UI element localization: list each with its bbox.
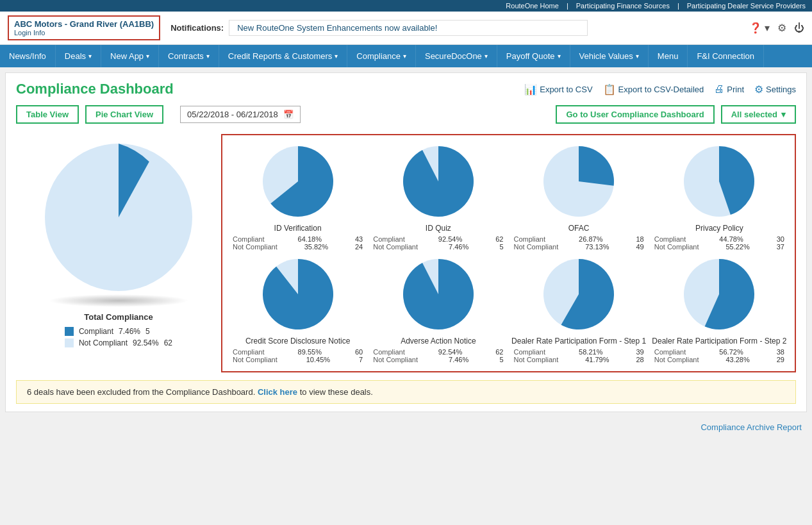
main-content: Compliance Dashboard 📊 Export to CSV 📋 E… [5,72,807,412]
chart-stats-6: Compliant 58.21% 39 Not Compliant 41.79%… [511,348,647,363]
charts-grid: ID Verification Compliant 64.18% 43 Not … [230,143,787,363]
chart-stats-3: Compliant 44.78% 30 Not Compliant 55.22%… [652,235,787,251]
pie-shadow [48,294,189,307]
participating-dealer-link[interactable]: Participating Dealer Service Providers [687,2,806,10]
chart-stats-7: Compliant 56.72% 38 Not Compliant 43.28%… [652,348,787,363]
total-compliance-label: Total Compliance [84,312,153,322]
calendar-icon: 📅 [283,110,294,119]
chart-cell-6: Dealer Rate Participation Form - Step 1 … [511,256,647,363]
nav-securedocone[interactable]: SecureDocOne▾ [416,45,497,67]
total-compliance-section: Total Compliance Compliant 7.46% 5 Not C… [16,134,221,372]
pie-chart-view-button[interactable]: Pie Chart View [85,105,163,124]
chart-title-3: Privacy Policy [695,224,743,233]
controls-row: Table View Pie Chart View 05/22/2018 - 0… [16,105,796,124]
settings-button[interactable]: ⚙ [777,22,786,34]
nav-fi-connection[interactable]: F&I Connection [688,45,764,67]
bottom-bar: Compliance Archive Report [0,417,812,437]
charts-area: Total Compliance Compliant 7.46% 5 Not C… [16,134,796,372]
total-compliance-chart [35,134,202,301]
chart-title-2: OFAC [568,224,590,233]
routeone-home-link[interactable]: RouteOne Home [506,2,559,10]
click-here-link[interactable]: Click here [258,387,297,397]
pie-chart-2 [540,143,617,220]
export-csv-button[interactable]: 📊 Export to CSV [524,83,592,96]
total-compliance-legend: Compliant 7.46% 5 Not Compliant 92.54% 6… [65,327,172,347]
chart-cell-5: Adverse Action Notice Compliant 92.54% 6… [370,256,506,363]
nav-payoff-quote[interactable]: Payoff Quote▾ [497,45,570,67]
chart-title-5: Adverse Action Notice [401,337,476,346]
login-info-link[interactable]: Login Info [14,29,154,37]
nav-new-app[interactable]: New App▾ [101,45,159,67]
chart-title-6: Dealer Rate Participation Form - Step 1 [511,337,646,346]
pie-chart-3 [681,143,758,220]
chart-title-7: Dealer Rate Participation Form - Step 2 [652,337,786,346]
settings-dashboard-icon: ⚙ [754,83,763,96]
print-icon: 🖨 [714,83,724,95]
chart-cell-2: OFAC Compliant 26.87% 18 Not Compliant 7… [511,143,647,251]
chart-cell-3: Privacy Policy Compliant 44.78% 30 Not C… [652,143,787,251]
chart-cell-4: Credit Score Disclosure Notice Compliant… [230,256,365,363]
header: ABC Motors - Grand River (AA1BB) Login I… [0,12,812,45]
compliance-archive-report-link[interactable]: Compliance Archive Report [700,422,802,432]
dashboard-actions: 📊 Export to CSV 📋 Export to CSV-Detailed… [524,83,796,96]
nav-deals[interactable]: Deals▾ [56,45,101,67]
dashboard-title: Compliance Dashboard [16,81,524,97]
compliant-label: Compliant [79,327,113,336]
nav-bar: News/Info Deals▾ New App▾ Contracts▾ Cre… [0,45,812,67]
chart-stats-4: Compliant 89.55% 60 Not Compliant 10.45%… [230,348,365,363]
footer-notice: 6 deals have been excluded from the Comp… [16,380,796,404]
all-selected-button[interactable]: All selected ▾ [721,105,796,124]
notifications-area: Notifications: New RouteOne System Enhan… [170,20,738,36]
compliant-count: 5 [145,327,150,336]
not-compliant-pct: 92.54% [133,338,159,347]
footer-notice-end: to view these deals. [300,387,373,397]
not-compliant-count: 62 [164,338,172,347]
pie-chart-7 [681,256,758,333]
chart-title-1: ID Quiz [426,224,451,233]
not-compliant-label: Not Compliant [79,338,128,347]
dealer-box[interactable]: ABC Motors - Grand River (AA1BB) Login I… [8,15,160,40]
excluded-deals-notice: 6 deals have been excluded from the Comp… [27,387,255,397]
dropdown-arrow-icon: ▾ [781,110,786,119]
dashboard-header: Compliance Dashboard 📊 Export to CSV 📋 E… [16,81,796,97]
date-range-picker[interactable]: 05/22/2018 - 06/21/2018 📅 [180,106,301,123]
nav-vehicle-values[interactable]: Vehicle Values▾ [570,45,649,67]
chart-cell-1: ID Quiz Compliant 92.54% 62 Not Complian… [370,143,506,251]
nav-news-info[interactable]: News/Info [0,45,56,67]
not-compliant-color [65,338,74,347]
power-button[interactable]: ⏻ [794,22,804,34]
dealer-name: ABC Motors - Grand River (AA1BB) [14,19,154,29]
help-button[interactable]: ❓ ▾ [749,22,770,34]
header-icons: ❓ ▾ ⚙ ⏻ [749,22,804,34]
chart-cell-7: Dealer Rate Participation Form - Step 2 … [652,256,787,363]
chart-stats-1: Compliant 92.54% 62 Not Compliant 7.46% … [370,235,506,251]
chart-cell-0: ID Verification Compliant 64.18% 43 Not … [230,143,365,251]
nav-credit-reports[interactable]: Credit Reports & Customers▾ [219,45,348,67]
chart-stats-2: Compliant 26.87% 18 Not Compliant 73.13%… [511,235,647,251]
top-bar: RouteOne Home | Participating Finance So… [0,0,812,12]
export-csv-detailed-icon: 📋 [603,83,616,96]
table-view-button[interactable]: Table View [16,105,79,124]
notifications-message: New RouteOne System Enhancements now ava… [229,20,588,36]
chart-title-0: ID Verification [274,224,322,233]
go-to-user-compliance-button[interactable]: Go to User Compliance Dashboard [556,105,714,124]
pie-chart-1 [400,143,477,220]
notifications-label: Notifications: [170,23,224,33]
pie-chart-0 [260,143,336,220]
pie-chart-5 [400,256,477,333]
nav-menu[interactable]: Menu [649,45,688,67]
export-csv-icon: 📊 [524,83,537,96]
nav-compliance[interactable]: Compliance▾ [347,45,416,67]
compliant-pct: 7.46% [119,327,140,336]
nav-contracts[interactable]: Contracts▾ [159,45,219,67]
right-charts-section: ID Verification Compliant 64.18% 43 Not … [221,134,796,372]
participating-finance-link[interactable]: Participating Finance Sources [576,2,670,10]
export-csv-detailed-button[interactable]: 📋 Export to CSV-Detailed [603,83,704,96]
chart-title-4: Credit Score Disclosure Notice [245,337,350,346]
compliant-legend-item: Compliant 7.46% 5 [65,327,172,336]
print-button[interactable]: 🖨 Print [714,83,744,95]
compliant-color [65,327,74,336]
pie-chart-6 [540,256,617,333]
settings-dashboard-button[interactable]: ⚙ Settings [754,83,796,96]
chart-stats-5: Compliant 92.54% 62 Not Compliant 7.46% … [370,348,506,363]
